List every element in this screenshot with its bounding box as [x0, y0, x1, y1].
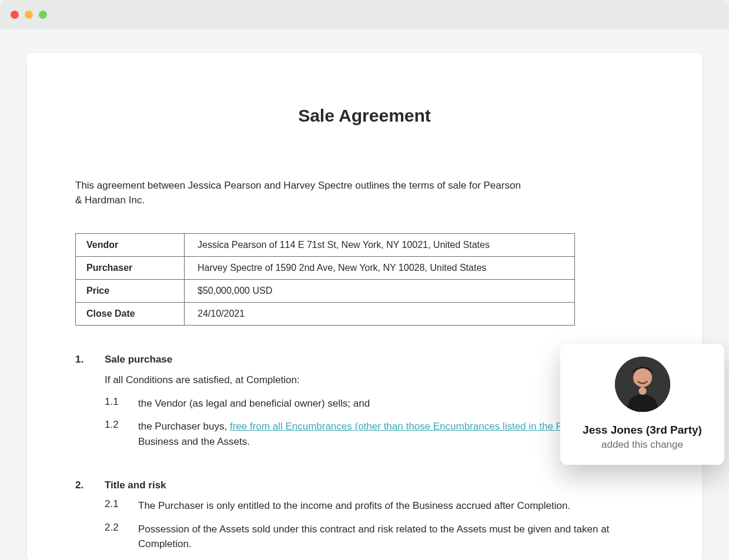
table-value: Jessica Pearson of 114 E 71st St, New Yo…: [185, 234, 575, 257]
popup-author-name: Jess Jones (3rd Party): [571, 424, 714, 437]
table-value: $50,000,000 USD: [185, 280, 575, 303]
page-background: Sale Agreement This agreement between Je…: [0, 29, 729, 560]
avatar: [615, 357, 670, 412]
table-label: Vendor: [76, 234, 185, 257]
clause: 2.2 Possession of the Assets sold under …: [105, 522, 654, 552]
table-label: Price: [76, 280, 185, 303]
document-title: Sale Agreement: [75, 106, 654, 126]
clause: 2.1 The Purchaser is only entitled to th…: [105, 498, 654, 514]
table-row: Purchaser Harvey Spectre of 1590 2nd Ave…: [76, 257, 575, 280]
table-value: Harvey Spectre of 1590 2nd Ave, New York…: [185, 257, 575, 280]
clause-text: Possession of the Assets sold under this…: [138, 522, 654, 552]
svg-point-1: [633, 368, 652, 387]
maximize-window-icon[interactable]: [39, 11, 47, 19]
section-number: 1.: [75, 354, 105, 457]
table-value: 24/10/2021: [185, 303, 575, 326]
section-number: 2.: [75, 479, 105, 560]
popup-action-text: added this change: [571, 439, 714, 451]
clause-prefix: the Purchaser buys,: [138, 421, 230, 432]
table-row: Price $50,000,000 USD: [76, 280, 575, 303]
clause-number: 1.2: [105, 419, 138, 449]
section-heading: Title and risk: [105, 479, 654, 491]
section: 2. Title and risk 2.1 The Purchaser is o…: [75, 479, 654, 560]
table-row: Vendor Jessica Pearson of 114 E 71st St,…: [76, 234, 575, 257]
clause-number: 2.1: [105, 498, 138, 514]
avatar-icon: [615, 357, 670, 412]
table-label: Purchaser: [76, 257, 185, 280]
table-row: Close Date 24/10/2021: [76, 303, 575, 326]
minimize-window-icon[interactable]: [25, 11, 33, 19]
table-label: Close Date: [76, 303, 185, 326]
clause-number: 1.1: [105, 396, 138, 411]
svg-point-2: [638, 387, 646, 395]
section-body: Title and risk 2.1 The Purchaser is only…: [105, 479, 654, 560]
clause-text: The Purchaser is only entitled to the in…: [138, 498, 654, 514]
document-page: Sale Agreement This agreement between Je…: [27, 53, 702, 560]
tracked-change-link[interactable]: free from all Encumbrances (other than t…: [230, 421, 609, 432]
document-intro-paragraph: This agreement between Jessica Pearson a…: [75, 179, 522, 207]
clause-number: 2.2: [105, 522, 138, 552]
close-window-icon[interactable]: [11, 11, 19, 19]
window-titlebar: [0, 0, 729, 29]
change-author-popup[interactable]: Jess Jones (3rd Party) added this change: [560, 344, 724, 465]
details-table: Vendor Jessica Pearson of 114 E 71st St,…: [75, 233, 575, 326]
